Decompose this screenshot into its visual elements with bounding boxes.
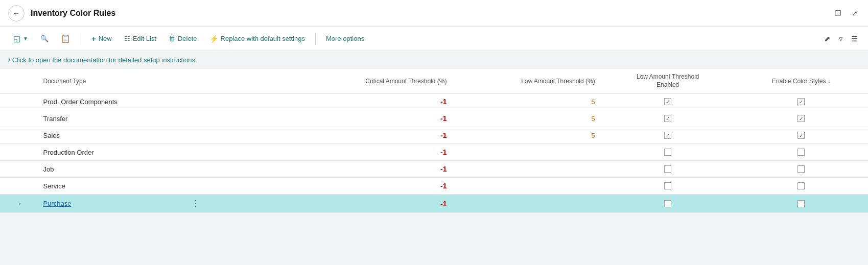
share-icon[interactable]: ⬈ bbox=[822, 32, 833, 45]
la-enabled-checkbox[interactable] bbox=[664, 149, 671, 156]
table-row[interactable]: Service-1 bbox=[0, 178, 868, 195]
row-critical-amount: -1 bbox=[216, 161, 453, 178]
info-link[interactable]: Click to open the documentation for deta… bbox=[12, 56, 197, 64]
more-options-button[interactable]: More options bbox=[321, 32, 369, 45]
back-button[interactable]: ← bbox=[8, 5, 25, 21]
table-row[interactable]: Job-1 bbox=[0, 161, 868, 178]
row-low-amount bbox=[453, 178, 601, 195]
color-styles-checkbox[interactable] bbox=[797, 98, 805, 105]
row-arrow-cell: → bbox=[0, 195, 37, 213]
row-menu-cell[interactable] bbox=[185, 127, 216, 144]
row-menu-cell[interactable] bbox=[185, 178, 216, 195]
row-menu-cell[interactable] bbox=[185, 144, 216, 161]
row-menu-cell[interactable]: ⋮ bbox=[185, 195, 216, 213]
replace-icon: ⚡ bbox=[209, 35, 218, 43]
table-body: Prod. Order Components-15Transfer-15Sale… bbox=[0, 93, 868, 213]
collapse-icon[interactable]: ⤢ bbox=[850, 7, 860, 19]
row-color-styles[interactable] bbox=[735, 161, 868, 178]
color-styles-checkbox[interactable] bbox=[797, 132, 805, 139]
row-menu-cell[interactable] bbox=[185, 161, 216, 178]
filter-icon[interactable]: ▿ bbox=[837, 32, 845, 45]
row-critical-amount: -1 bbox=[216, 144, 453, 161]
view-toggle-icon: ◱ bbox=[13, 34, 20, 43]
row-menu-cell[interactable] bbox=[185, 110, 216, 127]
row-color-styles[interactable] bbox=[735, 144, 868, 161]
table-row[interactable]: Production Order-1 bbox=[0, 144, 868, 161]
color-styles-checkbox-wrap bbox=[741, 149, 862, 156]
row-color-styles[interactable] bbox=[735, 110, 868, 127]
la-enabled-checkbox[interactable] bbox=[664, 98, 671, 105]
edit-list-button[interactable]: ☷ Edit List bbox=[119, 32, 161, 45]
la-enabled-checkbox[interactable] bbox=[664, 115, 671, 122]
doc-type-link[interactable]: Purchase bbox=[43, 200, 72, 207]
color-styles-checkbox-wrap bbox=[741, 200, 862, 207]
page-title: Inventory Color Rules bbox=[31, 9, 115, 18]
row-la-enabled[interactable] bbox=[601, 93, 735, 110]
la-enabled-checkbox-wrap bbox=[607, 98, 729, 105]
new-button[interactable]: + New bbox=[86, 32, 117, 45]
columns-icon[interactable]: ☰ bbox=[849, 32, 860, 45]
row-la-enabled[interactable] bbox=[601, 110, 735, 127]
toolbar-divider-2 bbox=[315, 33, 316, 45]
search-button[interactable]: 🔍 bbox=[35, 32, 54, 45]
delete-icon: 🗑 bbox=[169, 35, 175, 42]
page-icon: 📋 bbox=[61, 34, 71, 43]
la-enabled-checkbox[interactable] bbox=[664, 200, 671, 207]
row-doc-type[interactable]: Purchase bbox=[37, 195, 185, 213]
row-la-enabled[interactable] bbox=[601, 161, 735, 178]
la-enabled-checkbox-wrap bbox=[607, 132, 729, 139]
row-low-amount bbox=[453, 144, 601, 161]
row-color-styles[interactable] bbox=[735, 93, 868, 110]
la-enabled-checkbox-wrap bbox=[607, 165, 729, 173]
color-styles-checkbox[interactable] bbox=[797, 182, 805, 189]
row-context-menu[interactable]: ⋮ bbox=[192, 199, 200, 208]
table-row[interactable]: Sales-15 bbox=[0, 127, 868, 144]
col-header-doc-type: Document Type bbox=[37, 69, 185, 93]
row-menu-cell[interactable] bbox=[185, 93, 216, 110]
delete-label: Delete bbox=[178, 35, 197, 42]
color-styles-checkbox[interactable] bbox=[797, 149, 805, 156]
row-doc-type: Prod. Order Components bbox=[37, 93, 185, 110]
expand-icon[interactable]: ❐ bbox=[833, 7, 843, 19]
row-color-styles[interactable] bbox=[735, 195, 868, 213]
toolbar-right: ⬈ ▿ ☰ bbox=[822, 32, 860, 45]
la-enabled-checkbox-wrap bbox=[607, 200, 729, 207]
table-row[interactable]: Prod. Order Components-15 bbox=[0, 93, 868, 110]
row-critical-amount: -1 bbox=[216, 127, 453, 144]
row-arrow-cell bbox=[0, 110, 37, 127]
row-color-styles[interactable] bbox=[735, 178, 868, 195]
table-header-row: Document Type Critical Amount Threshold … bbox=[0, 69, 868, 93]
row-la-enabled[interactable] bbox=[601, 127, 735, 144]
color-styles-checkbox-wrap bbox=[741, 115, 862, 122]
color-styles-checkbox-wrap bbox=[741, 98, 862, 105]
info-icon: i bbox=[8, 56, 10, 64]
table-row[interactable]: →Purchase⋮-1 bbox=[0, 195, 868, 213]
info-bar: i Click to open the documentation for de… bbox=[0, 51, 868, 69]
la-enabled-checkbox[interactable] bbox=[664, 182, 671, 189]
row-color-styles[interactable] bbox=[735, 127, 868, 144]
row-critical-amount: -1 bbox=[216, 195, 453, 213]
la-enabled-checkbox[interactable] bbox=[664, 165, 671, 173]
row-doc-type: Transfer bbox=[37, 110, 185, 127]
row-la-enabled[interactable] bbox=[601, 144, 735, 161]
replace-default-button[interactable]: ⚡ Replace with default settings bbox=[204, 32, 310, 45]
color-styles-checkbox[interactable] bbox=[797, 200, 805, 207]
color-styles-checkbox[interactable] bbox=[797, 165, 805, 173]
row-la-enabled[interactable] bbox=[601, 195, 735, 213]
row-doc-type: Service bbox=[37, 178, 185, 195]
edit-list-icon: ☷ bbox=[124, 35, 130, 42]
header-right-actions: ❐ ⤢ bbox=[833, 7, 860, 19]
page-button[interactable]: 📋 bbox=[56, 32, 76, 46]
la-enabled-checkbox-wrap bbox=[607, 182, 729, 189]
la-enabled-checkbox[interactable] bbox=[664, 132, 671, 139]
table-row[interactable]: Transfer-15 bbox=[0, 110, 868, 127]
back-icon: ← bbox=[13, 9, 20, 17]
row-arrow-cell bbox=[0, 161, 37, 178]
color-styles-checkbox[interactable] bbox=[797, 115, 805, 122]
toolbar-divider-1 bbox=[81, 33, 81, 45]
row-critical-amount: -1 bbox=[216, 178, 453, 195]
row-la-enabled[interactable] bbox=[601, 178, 735, 195]
row-doc-type: Job bbox=[37, 161, 185, 178]
view-toggle-button[interactable]: ◱ ▼ bbox=[8, 32, 33, 46]
delete-button[interactable]: 🗑 Delete bbox=[163, 32, 202, 45]
